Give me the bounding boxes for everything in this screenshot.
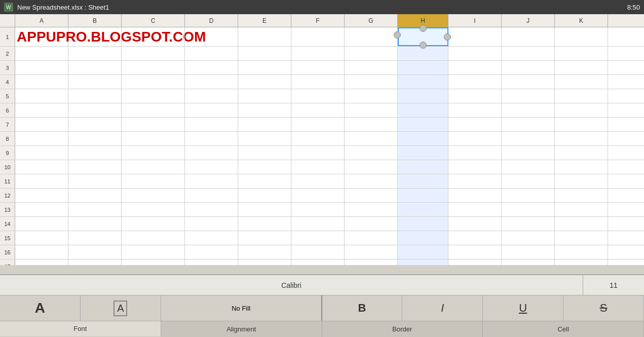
cell-h1[interactable] <box>398 27 448 46</box>
corner-cell <box>0 14 15 27</box>
col-header-e[interactable]: E <box>238 14 291 27</box>
bold-button[interactable]: B <box>322 295 403 321</box>
cell-f1[interactable] <box>291 27 345 46</box>
col-header-b[interactable]: B <box>68 14 122 27</box>
selection-handle-tc[interactable] <box>420 25 427 32</box>
col-header-j[interactable]: J <box>502 14 555 27</box>
app-icon: W <box>4 3 13 12</box>
cell-k1[interactable] <box>555 27 608 46</box>
table-row: 11 <box>0 174 644 189</box>
svg-text:W: W <box>6 5 11 10</box>
underline-button[interactable]: U <box>483 295 563 321</box>
italic-button[interactable]: I <box>402 295 483 321</box>
col-header-c[interactable]: C <box>122 14 185 27</box>
table-row: 2 <box>0 47 644 61</box>
col-header-d[interactable]: D <box>185 14 238 27</box>
table-row: 3 <box>0 61 644 75</box>
table-row: 12 <box>0 189 644 203</box>
toolbar-format-row: A A No Fill B I U S <box>0 295 644 321</box>
spreadsheet: A B C D E F G H I J K 1 APPUPRO.BLOGSPOT… <box>0 14 644 265</box>
font-size-display[interactable]: 11 <box>583 275 644 295</box>
toolbar: Calibri 11 A A No Fill B I U S Font A <box>0 274 644 337</box>
table-row: 5 <box>0 89 644 103</box>
table-row: 10 <box>0 160 644 174</box>
grid-body: 1 APPUPRO.BLOGSPOT.COM <box>0 27 644 265</box>
table-row: 1 APPUPRO.BLOGSPOT.COM <box>0 27 644 47</box>
font-highlight-button[interactable]: A <box>81 295 161 321</box>
toolbar-font-row: Calibri 11 <box>0 275 644 295</box>
selection-handle-rc[interactable] <box>444 33 451 41</box>
row-num-1: 1 <box>0 27 15 46</box>
tab-alignment[interactable]: Alignment <box>161 321 322 337</box>
cell-d1[interactable] <box>185 27 238 46</box>
table-row: 9 <box>0 146 644 160</box>
column-headers: A B C D E F G H I J K <box>0 14 644 27</box>
col-header-k[interactable]: K <box>555 14 608 27</box>
table-row: 7 <box>0 118 644 132</box>
table-row: 14 <box>0 217 644 231</box>
table-row: 15 <box>0 231 644 245</box>
selection-handle-bc[interactable] <box>420 42 427 49</box>
table-row: 16 <box>0 245 644 259</box>
bottom-tabs: Font Alignment Border Cell <box>0 321 644 337</box>
col-header-f[interactable]: F <box>291 14 345 27</box>
cell-b1[interactable] <box>68 27 122 46</box>
cell-i1[interactable] <box>448 27 502 46</box>
window-title: New Spreadsheet.xlsx : Sheet1 <box>17 4 109 11</box>
table-row: 17 <box>0 259 644 265</box>
cell-e1[interactable] <box>238 27 291 46</box>
font-name-display[interactable]: Calibri <box>0 275 583 295</box>
table-row: 13 <box>0 203 644 217</box>
tab-border[interactable]: Border <box>322 321 483 337</box>
strikethrough-button[interactable]: S <box>563 295 644 321</box>
col-header-i[interactable]: I <box>448 14 502 27</box>
cell-c1[interactable] <box>122 27 185 46</box>
cell-g1[interactable] <box>345 27 398 46</box>
tab-cell[interactable]: Cell <box>483 321 644 337</box>
table-row: 6 <box>0 103 644 118</box>
cell-a1[interactable]: APPUPRO.BLOGSPOT.COM <box>15 27 68 46</box>
tab-font[interactable]: Font <box>0 321 161 337</box>
col-header-g[interactable]: G <box>345 14 398 27</box>
table-row: 8 <box>0 132 644 146</box>
title-bar: W New Spreadsheet.xlsx : Sheet1 8:50 <box>0 0 644 14</box>
cell-j1[interactable] <box>502 27 555 46</box>
font-color-button[interactable]: A <box>0 295 81 321</box>
col-header-a[interactable]: A <box>15 14 68 27</box>
fill-color-button[interactable]: No Fill <box>161 295 322 321</box>
table-row: 4 <box>0 75 644 89</box>
clock: 8:50 <box>627 4 640 11</box>
selection-handle-tl[interactable] <box>394 31 401 39</box>
